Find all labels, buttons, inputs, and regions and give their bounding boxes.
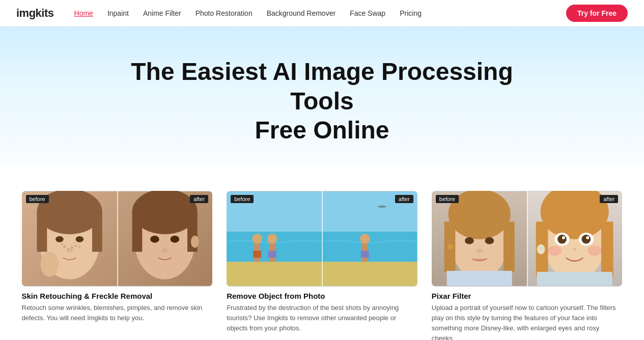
svg-point-48 bbox=[447, 244, 453, 249]
hero-title: The Easiest AI Image Processing Tools Fr… bbox=[129, 57, 516, 145]
after-label-beach: after bbox=[395, 195, 413, 203]
main-nav: Home Inpaint Anime Filter Photo Restorat… bbox=[74, 9, 566, 17]
card-desc-pixar: Upload a portrait of yourself now to car… bbox=[432, 303, 623, 340]
card-desc-beach: Frustrated by the destruction of the bes… bbox=[227, 303, 417, 333]
before-half-beach bbox=[227, 191, 322, 287]
card-skin-retouching[interactable]: before after bbox=[22, 191, 213, 340]
after-half-skin bbox=[117, 191, 212, 287]
svg-point-29 bbox=[252, 234, 262, 244]
svg-point-62 bbox=[548, 246, 562, 256]
after-half-pixar bbox=[527, 191, 622, 287]
card-image-beach: before after bbox=[227, 191, 417, 287]
nav-pricing[interactable]: Pricing bbox=[400, 9, 422, 17]
svg-point-46 bbox=[465, 237, 474, 244]
svg-point-64 bbox=[573, 248, 576, 251]
svg-point-12 bbox=[78, 246, 80, 248]
svg-point-65 bbox=[537, 244, 545, 254]
svg-rect-66 bbox=[537, 272, 612, 286]
before-half-skin bbox=[22, 191, 117, 287]
svg-rect-50 bbox=[446, 271, 512, 286]
try-for-free-button[interactable]: Try for Free bbox=[566, 5, 628, 22]
before-label-skin: before bbox=[26, 195, 49, 203]
svg-point-10 bbox=[74, 245, 76, 247]
svg-point-22 bbox=[162, 249, 168, 253]
card-title-skin: Skin Retouching & Freckle Removal bbox=[22, 292, 213, 300]
svg-point-61 bbox=[586, 236, 589, 239]
svg-point-6 bbox=[75, 236, 83, 242]
svg-point-20 bbox=[150, 236, 159, 243]
svg-point-47 bbox=[485, 237, 494, 244]
card-remove-object[interactable]: before after bbox=[227, 191, 417, 340]
card-image-skin: before after bbox=[22, 191, 213, 287]
svg-point-7 bbox=[63, 245, 66, 248]
card-title-pixar: Pixar Filter bbox=[432, 292, 623, 300]
svg-rect-55 bbox=[601, 221, 613, 276]
before-label-beach: before bbox=[231, 195, 254, 203]
svg-rect-30 bbox=[253, 250, 261, 258]
nav-home[interactable]: Home bbox=[74, 9, 93, 17]
svg-point-32 bbox=[267, 234, 277, 244]
svg-rect-45 bbox=[503, 221, 515, 272]
before-label-pixar: before bbox=[436, 195, 459, 203]
svg-point-5 bbox=[55, 236, 64, 242]
svg-rect-36 bbox=[322, 232, 417, 262]
svg-point-9 bbox=[71, 246, 73, 249]
svg-point-21 bbox=[170, 236, 179, 243]
after-half-beach bbox=[322, 191, 417, 287]
svg-rect-18 bbox=[132, 212, 142, 252]
svg-rect-3 bbox=[37, 212, 47, 252]
svg-point-11 bbox=[61, 243, 63, 245]
svg-point-58 bbox=[562, 236, 565, 239]
logo[interactable]: imgkits bbox=[16, 7, 54, 20]
svg-point-60 bbox=[582, 235, 591, 244]
before-half-pixar bbox=[432, 191, 527, 287]
card-image-pixar: before after bbox=[432, 191, 623, 287]
nav-anime-filter[interactable]: Anime Filter bbox=[143, 9, 181, 17]
nav-background-remover[interactable]: Background Remover bbox=[267, 9, 335, 17]
divider-skin bbox=[117, 191, 118, 287]
divider-pixar bbox=[527, 191, 528, 287]
header: imgkits Home Inpaint Anime Filter Photo … bbox=[0, 0, 644, 26]
after-label-skin: after bbox=[190, 195, 208, 203]
svg-point-63 bbox=[587, 246, 602, 256]
after-label-pixar: after bbox=[600, 195, 618, 203]
svg-point-14 bbox=[40, 251, 58, 276]
svg-rect-37 bbox=[322, 262, 417, 286]
cards-grid: before after bbox=[12, 176, 633, 340]
card-pixar[interactable]: before after bbox=[432, 191, 623, 340]
nav-photo-restoration[interactable]: Photo Restoration bbox=[195, 9, 253, 17]
nav-inpaint[interactable]: Inpaint bbox=[107, 9, 129, 17]
svg-rect-33 bbox=[268, 250, 276, 258]
svg-point-23 bbox=[191, 236, 199, 248]
svg-point-49 bbox=[477, 249, 483, 253]
nav-face-swap[interactable]: Face Swap bbox=[350, 9, 385, 17]
svg-rect-4 bbox=[92, 212, 102, 252]
svg-rect-27 bbox=[227, 262, 322, 286]
svg-rect-40 bbox=[361, 250, 369, 258]
hero-section: The Easiest AI Image Processing Tools Fr… bbox=[0, 26, 644, 176]
card-desc-skin: Retouch some wrinkles, blemishes, pimple… bbox=[22, 303, 213, 323]
svg-point-13 bbox=[66, 249, 72, 253]
divider-beach bbox=[322, 191, 323, 287]
svg-point-39 bbox=[360, 234, 370, 244]
svg-point-57 bbox=[557, 235, 567, 244]
card-title-beach: Remove Object from Photo bbox=[227, 292, 417, 300]
